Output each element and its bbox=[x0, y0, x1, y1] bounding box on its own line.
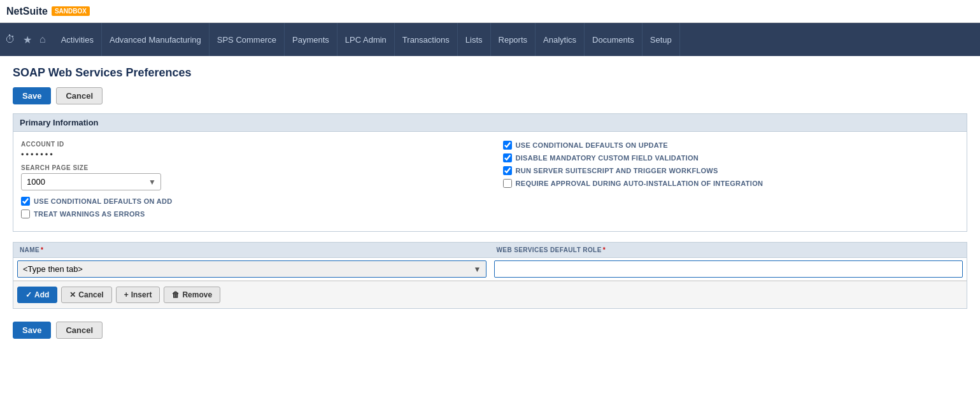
checkbox-treat-warnings-label: TREAT WARNINGS AS ERRORS bbox=[34, 210, 145, 218]
top-btn-row: Save Cancel bbox=[13, 87, 967, 104]
search-page-size-select[interactable]: 1000 500 200 100 bbox=[21, 173, 161, 190]
checkbox-require-approval[interactable] bbox=[503, 179, 512, 188]
save-button-bottom[interactable]: Save bbox=[13, 322, 51, 339]
form-right: USE CONDITIONAL DEFAULTS ON UPDATE DISAB… bbox=[490, 141, 960, 222]
sandbox-badge: SANDBOX bbox=[52, 6, 90, 16]
section-primary-info-body: ACCOUNT ID ••••••• SEARCH PAGE SIZE 1000… bbox=[13, 132, 967, 232]
main-content: SOAP Web Services Preferences Save Cance… bbox=[0, 56, 980, 349]
checkbox-treat-warnings-row: TREAT WARNINGS AS ERRORS bbox=[21, 210, 478, 218]
checkbox-use-conditional-defaults-add-row: USE CONDITIONAL DEFAULTS ON ADD bbox=[21, 197, 478, 206]
checkbox-treat-warnings[interactable] bbox=[21, 210, 30, 218]
cancel-button-bottom[interactable]: Cancel bbox=[56, 322, 103, 339]
table-role-cell bbox=[490, 258, 967, 280]
name-required-star: * bbox=[41, 246, 43, 253]
checkbox-disable-mandatory[interactable] bbox=[503, 153, 512, 162]
checkbox-use-conditional-defaults-add[interactable] bbox=[21, 197, 30, 206]
insert-plus-icon: + bbox=[124, 290, 129, 299]
home-icon[interactable]: ⌂ bbox=[39, 34, 46, 45]
nav-advanced-manufacturing[interactable]: Advanced Manufacturing bbox=[102, 23, 209, 56]
table-header-row: NAME* WEB SERVICES DEFAULT ROLE* bbox=[13, 243, 967, 258]
nav-payments[interactable]: Payments bbox=[285, 23, 337, 56]
search-page-size-label: SEARCH PAGE SIZE bbox=[21, 164, 478, 171]
navbar: ⏱ ★ ⌂ Activities Advanced Manufacturing … bbox=[0, 23, 980, 56]
remove-trash-icon: 🗑 bbox=[172, 290, 180, 299]
search-page-size-wrapper: 1000 500 200 100 ▼ bbox=[21, 173, 161, 190]
checkbox-run-server-label: RUN SERVER SUITESCRIPT AND TRIGGER WORKF… bbox=[516, 167, 718, 174]
navbar-icon-group: ⏱ ★ ⌂ bbox=[5, 34, 53, 46]
nav-setup[interactable]: Setup bbox=[643, 23, 680, 56]
form-left: ACCOUNT ID ••••••• SEARCH PAGE SIZE 1000… bbox=[21, 141, 490, 222]
cancel-x-icon: ✕ bbox=[69, 290, 76, 299]
table-add-button[interactable]: ✓ Add bbox=[17, 287, 57, 303]
checkbox-conditional-defaults-update[interactable] bbox=[503, 141, 512, 150]
table-role-input[interactable] bbox=[494, 260, 963, 278]
checkbox-require-approval-row: REQUIRE APPROVAL DURING AUTO-INSTALLATIO… bbox=[503, 179, 960, 188]
brand-name: NetSuite bbox=[6, 6, 48, 17]
checkbox-run-server-row: RUN SERVER SUITESCRIPT AND TRIGGER WORKF… bbox=[503, 166, 960, 175]
clock-icon[interactable]: ⏱ bbox=[5, 34, 15, 45]
checkbox-disable-mandatory-row: DISABLE MANDATORY CUSTOM FIELD VALIDATIO… bbox=[503, 153, 960, 162]
table-actions-row: ✓ Add ✕ Cancel + Insert 🗑 Remove bbox=[13, 281, 967, 308]
table-insert-button[interactable]: + Insert bbox=[116, 287, 160, 303]
logo: NetSuite SANDBOX bbox=[6, 6, 90, 17]
page-title: SOAP Web Services Preferences bbox=[13, 66, 967, 80]
nav-lists[interactable]: Lists bbox=[458, 23, 491, 56]
account-id-value: ••••••• bbox=[21, 150, 478, 159]
users-table-section: NAME* WEB SERVICES DEFAULT ROLE* <Type t… bbox=[13, 242, 967, 309]
table-input-row: <Type then tab> ▼ bbox=[13, 258, 967, 281]
checkbox-conditional-defaults-update-label: USE CONDITIONAL DEFAULTS ON UPDATE bbox=[516, 141, 668, 149]
top-header: NetSuite SANDBOX bbox=[0, 0, 980, 23]
nav-reports[interactable]: Reports bbox=[491, 23, 536, 56]
nav-analytics[interactable]: Analytics bbox=[536, 23, 585, 56]
checkbox-require-approval-label: REQUIRE APPROVAL DURING AUTO-INSTALLATIO… bbox=[516, 180, 763, 187]
table-name-cell: <Type then tab> ▼ bbox=[13, 258, 490, 280]
nav-sps-commerce[interactable]: SPS Commerce bbox=[209, 23, 285, 56]
save-button-top[interactable]: Save bbox=[13, 87, 51, 104]
form-two-col: ACCOUNT ID ••••••• SEARCH PAGE SIZE 1000… bbox=[21, 141, 959, 222]
table-col-name: NAME* bbox=[13, 243, 490, 257]
table-remove-button[interactable]: 🗑 Remove bbox=[164, 287, 220, 303]
table-cancel-button[interactable]: ✕ Cancel bbox=[61, 287, 111, 303]
checkbox-conditional-defaults-update-row: USE CONDITIONAL DEFAULTS ON UPDATE bbox=[503, 141, 960, 150]
role-required-star: * bbox=[603, 246, 606, 253]
account-id-label: ACCOUNT ID bbox=[21, 141, 478, 148]
table-col-role: WEB SERVICES DEFAULT ROLE* bbox=[490, 243, 967, 257]
nav-activities[interactable]: Activities bbox=[53, 23, 102, 56]
checkbox-run-server[interactable] bbox=[503, 166, 512, 175]
table-name-select[interactable]: <Type then tab> bbox=[17, 260, 486, 278]
nav-lpc-admin[interactable]: LPC Admin bbox=[337, 23, 395, 56]
cancel-button-top[interactable]: Cancel bbox=[56, 87, 103, 104]
add-checkmark-icon: ✓ bbox=[25, 290, 32, 299]
checkbox-use-conditional-defaults-add-label: USE CONDITIONAL DEFAULTS ON ADD bbox=[34, 197, 173, 205]
nav-transactions[interactable]: Transactions bbox=[395, 23, 458, 56]
star-icon[interactable]: ★ bbox=[23, 34, 32, 46]
bottom-btn-row: Save Cancel bbox=[13, 322, 967, 339]
nav-documents[interactable]: Documents bbox=[585, 23, 643, 56]
checkbox-disable-mandatory-label: DISABLE MANDATORY CUSTOM FIELD VALIDATIO… bbox=[516, 154, 699, 162]
section-primary-info-header: Primary Information bbox=[13, 113, 967, 132]
